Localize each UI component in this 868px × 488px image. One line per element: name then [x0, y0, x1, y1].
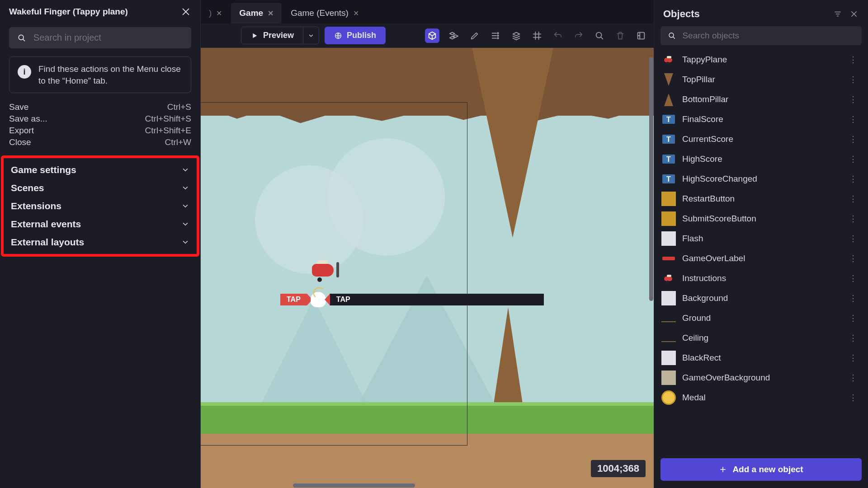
object-kebab-icon[interactable]: ⋮ — [847, 134, 859, 144]
object-thumb: T — [661, 132, 676, 146]
section-scenes[interactable]: Scenes — [7, 179, 193, 197]
object-finalscore[interactable]: TFinalScore⋮ — [659, 109, 863, 129]
object-restartbutton[interactable]: RestartButton⋮ — [659, 189, 863, 209]
menu-action-save[interactable]: SaveCtrl+S — [9, 101, 191, 113]
objects-panel: Objects TappyPlane⋮TopPillar⋮BottomPilla… — [654, 0, 868, 488]
object-kebab-icon[interactable]: ⋮ — [847, 174, 859, 184]
svg-point-10 — [666, 62, 669, 65]
menu-action-close[interactable]: CloseCtrl+W — [9, 136, 191, 148]
project-search-input[interactable] — [33, 33, 183, 43]
object-submitscorebutton[interactable]: SubmitScoreButton⋮ — [659, 209, 863, 229]
object-gameoverlabel[interactable]: GameOverLabel⋮ — [659, 249, 863, 268]
preview-dropdown[interactable] — [303, 27, 319, 44]
object-kebab-icon[interactable]: ⋮ — [847, 75, 859, 84]
svg-rect-9 — [667, 56, 671, 58]
menu-action-save-as-[interactable]: Save as...Ctrl+Shift+S — [9, 113, 191, 125]
object-name: Instructions — [682, 273, 841, 283]
object-bottompillar[interactable]: BottomPillar⋮ — [659, 89, 863, 109]
section-extensions[interactable]: Extensions — [7, 197, 193, 215]
object-kebab-icon[interactable]: ⋮ — [847, 353, 859, 363]
object-name: HighScoreChanged — [682, 174, 841, 184]
object-blackrect[interactable]: BlackRect⋮ — [659, 348, 863, 368]
scene-viewport[interactable]: TAP TAP 1004;368 — [201, 48, 654, 488]
object-kebab-icon[interactable]: ⋮ — [847, 194, 859, 204]
object-kebab-icon[interactable]: ⋮ — [847, 393, 859, 403]
object-kebab-icon[interactable]: ⋮ — [847, 273, 859, 283]
tab-game[interactable]: Game✕ — [231, 3, 282, 23]
object-ceiling[interactable]: Ceiling⋮ — [659, 328, 863, 348]
object-ground[interactable]: Ground⋮ — [659, 308, 863, 328]
tab--[interactable]: )✕ — [201, 3, 230, 23]
project-search[interactable] — [9, 27, 191, 48]
preview-button[interactable]: Preview — [241, 27, 303, 44]
publish-label: Publish — [347, 31, 376, 40]
object-instructions[interactable]: Instructions⋮ — [659, 268, 863, 288]
cursor-coordinates: 1004;368 — [591, 460, 646, 477]
section-external-events[interactable]: External events — [7, 215, 193, 233]
object-kebab-icon[interactable]: ⋮ — [847, 293, 859, 303]
object-kebab-icon[interactable]: ⋮ — [847, 333, 859, 343]
preview-button-group: Preview — [241, 27, 319, 44]
tab-close-icon[interactable]: ✕ — [353, 9, 359, 18]
play-icon — [250, 32, 259, 40]
object-kebab-icon[interactable]: ⋮ — [847, 114, 859, 124]
object-kebab-icon[interactable]: ⋮ — [847, 214, 859, 224]
object-tappyplane[interactable]: TappyPlane⋮ — [659, 50, 863, 70]
object-kebab-icon[interactable]: ⋮ — [847, 234, 859, 244]
editor-toolbar: Preview Publish — [201, 23, 654, 48]
object-thumb: T — [661, 112, 676, 127]
tool-layers-icon[interactable] — [510, 29, 523, 42]
tool-redo-icon[interactable] — [572, 29, 585, 42]
object-medal[interactable]: Medal⋮ — [659, 388, 863, 408]
tool-properties-icon[interactable] — [489, 29, 502, 42]
tappy-plane-sprite[interactable] — [309, 260, 338, 280]
section-external-layouts[interactable]: External layouts — [7, 233, 193, 251]
tool-delete-icon[interactable] — [614, 29, 627, 42]
object-highscorechanged[interactable]: THighScoreChanged⋮ — [659, 169, 863, 189]
objects-close-icon[interactable] — [849, 9, 859, 19]
object-flash[interactable]: Flash⋮ — [659, 229, 863, 249]
add-object-button[interactable]: Add a new object — [660, 458, 862, 481]
object-kebab-icon[interactable]: ⋮ — [847, 94, 859, 104]
tool-settings-icon[interactable] — [635, 29, 647, 42]
object-toppillar[interactable]: TopPillar⋮ — [659, 70, 863, 89]
menu-action-export[interactable]: ExportCtrl+Shift+E — [9, 125, 191, 136]
tool-grid-icon[interactable] — [531, 29, 543, 42]
object-kebab-icon[interactable]: ⋮ — [847, 373, 859, 383]
viewport-horizontal-scrollbar[interactable] — [203, 483, 651, 488]
tool-edit-icon[interactable] — [468, 29, 481, 42]
object-kebab-icon[interactable]: ⋮ — [847, 313, 859, 323]
tab-label: Game — [239, 8, 263, 18]
section-label: External events — [11, 219, 81, 230]
tool-instances-icon[interactable] — [448, 29, 460, 42]
tap-hand-icon — [311, 292, 326, 307]
tab-close-icon[interactable]: ✕ — [216, 9, 222, 18]
tab-close-icon[interactable]: ✕ — [268, 9, 274, 18]
menu-action-label: Export — [9, 126, 34, 136]
objects-search-input[interactable] — [682, 31, 854, 41]
section-label: Game settings — [11, 164, 76, 175]
svg-rect-20 — [664, 277, 672, 281]
objects-filter-icon[interactable] — [833, 9, 843, 19]
object-currentscore[interactable]: TCurrentScore⋮ — [659, 129, 863, 149]
section-game-settings[interactable]: Game settings — [7, 161, 193, 179]
close-sidebar-button[interactable] — [180, 6, 191, 17]
object-gameoverbackground[interactable]: GameOverBackground⋮ — [659, 368, 863, 388]
object-kebab-icon[interactable]: ⋮ — [847, 55, 859, 65]
tool-undo-icon[interactable] — [552, 29, 564, 42]
publish-button[interactable]: Publish — [325, 27, 386, 44]
instructions-sprite[interactable]: TAP TAP — [280, 292, 544, 307]
object-thumb — [661, 331, 676, 345]
tool-zoom-icon[interactable] — [593, 29, 606, 42]
object-name: BlackRect — [682, 353, 841, 363]
objects-panel-title: Objects — [663, 8, 826, 20]
tab-game-events-[interactable]: Game (Events)✕ — [283, 3, 367, 23]
viewport-vertical-scrollbar[interactable] — [649, 51, 654, 485]
object-kebab-icon[interactable]: ⋮ — [847, 253, 859, 263]
svg-point-2 — [497, 33, 499, 34]
object-background[interactable]: Background⋮ — [659, 288, 863, 308]
object-highscore[interactable]: THighScore⋮ — [659, 149, 863, 169]
object-kebab-icon[interactable]: ⋮ — [847, 154, 859, 164]
tool-3d-icon[interactable] — [425, 28, 439, 43]
objects-search[interactable] — [660, 26, 862, 45]
